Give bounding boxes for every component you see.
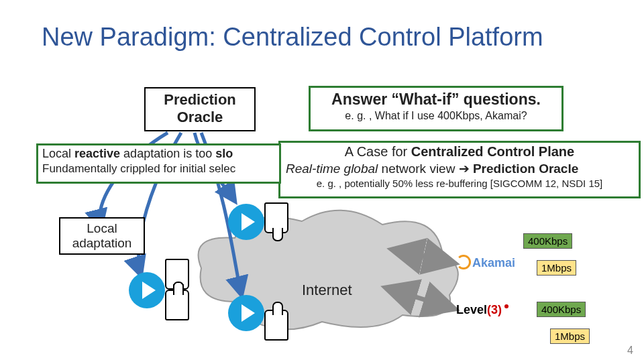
thumbs-down-icon [264, 202, 288, 233]
bitrate-badge-400: 400Kbps [537, 302, 586, 317]
case-line1: A Case for Centralized Control Plane [286, 144, 633, 160]
level3-logo: Level(3) [456, 303, 511, 317]
case-line3: e. g. , potentially 50% less re-bufferin… [286, 178, 633, 189]
case-box: A Case for Centralized Control Plane Rea… [278, 141, 641, 198]
local-adaptation-l1: Local [60, 221, 144, 236]
whatif-headline: Answer “What-if” questions. [311, 90, 561, 109]
thumbs-up-icon [264, 310, 288, 341]
whatif-example: e. g. , What if I use 400Kbps, Akamai? [311, 110, 561, 122]
local-reactive-box: Local reactive adaptation is too slo Fun… [36, 143, 281, 184]
prediction-oracle-box: Prediction Oracle [144, 87, 256, 131]
akamai-logo: Akamai [456, 255, 515, 270]
thumbs-up-icon [165, 290, 189, 320]
local-reactive-line1: Local reactive adaptation is too slo [42, 147, 275, 161]
play-icon [129, 272, 165, 308]
bitrate-badge-400: 400Kbps [523, 233, 572, 249]
local-adaptation-box: Local adaptation [59, 217, 145, 255]
play-icon [228, 295, 264, 331]
case-line2: Real-time global network view ➔ Predicti… [286, 161, 633, 176]
play-icon [228, 204, 264, 240]
prediction-oracle-line1: Prediction [150, 91, 250, 109]
page-number: 4 [627, 345, 633, 357]
local-reactive-line2: Fundamentally crippled for initial selec [42, 162, 275, 176]
local-adaptation-l2: adaptation [60, 236, 144, 251]
internet-label: Internet [302, 282, 352, 299]
slide-title: New Paradigm: Centralized Control Platfo… [42, 23, 543, 52]
prediction-oracle-line2: Oracle [150, 109, 250, 126]
bitrate-badge-1m: 1Mbps [550, 328, 590, 344]
whatif-box: Answer “What-if” questions. e. g. , What… [309, 86, 564, 131]
bitrate-badge-1m: 1Mbps [537, 260, 576, 276]
